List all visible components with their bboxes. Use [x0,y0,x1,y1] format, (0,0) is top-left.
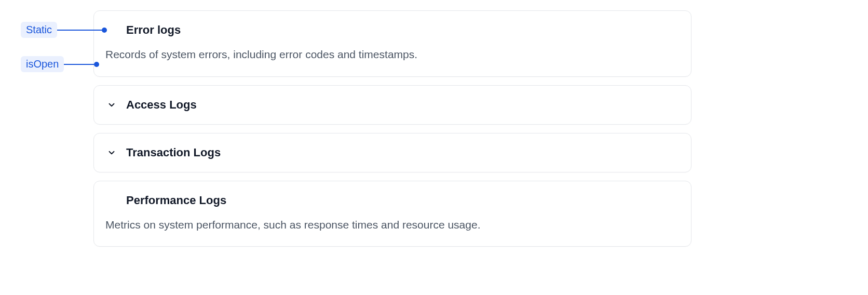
annotation-static-label: Static [21,22,57,38]
accordion-header-access-logs[interactable]: Access Logs [94,86,691,124]
accordion-header-transaction-logs[interactable]: Transaction Logs [94,133,691,172]
accordion-header-performance-logs[interactable]: Performance Logs [94,181,691,207]
accordion-title: Transaction Logs [126,146,221,159]
chevron-down-icon [105,99,118,111]
accordion-title: Performance Logs [126,194,226,207]
accordion-panel-performance-logs: Performance Logs Metrics on system perfo… [93,181,691,247]
accordion-panel-error-logs: Error logs Records of system errors, inc… [93,10,691,77]
accordion-title: Access Logs [126,98,197,112]
accordion-panel-transaction-logs: Transaction Logs [93,133,691,172]
accordion-title: Error logs [126,23,181,37]
accordion-body-performance-logs: Metrics on system performance, such as r… [94,207,691,247]
chevron-spacer [105,24,118,36]
chevron-spacer [105,194,118,207]
annotation-static-line [57,30,107,31]
accordion-header-error-logs[interactable]: Error logs [94,11,691,37]
annotation-isopen-label: isOpen [21,56,64,72]
annotation-isopen-line [64,64,99,65]
chevron-down-icon [105,146,118,159]
accordion-panel-access-logs: Access Logs [93,85,691,125]
accordion-body-error-logs: Records of system errors, including erro… [94,37,691,76]
annotation-static: Static [21,22,107,38]
annotation-isopen: isOpen [21,56,99,72]
